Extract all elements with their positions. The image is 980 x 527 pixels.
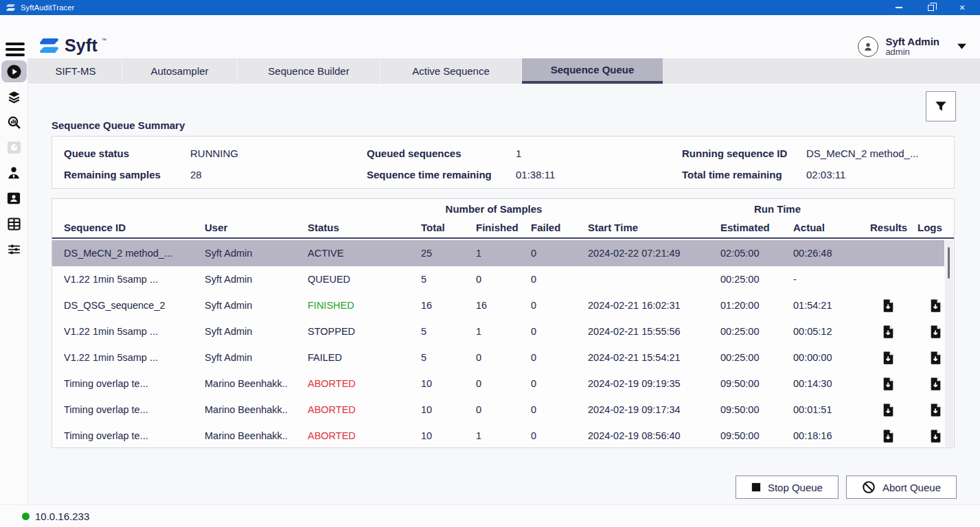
sidebar-item-gauge[interactable] bbox=[1, 137, 27, 159]
stop-queue-button[interactable]: Stop Queue bbox=[736, 476, 839, 499]
cell-estimated: 00:25:00 bbox=[720, 274, 793, 285]
tab-sequence-queue[interactable]: Sequence Queue bbox=[522, 58, 663, 84]
summary-label: Queued sequences bbox=[367, 148, 516, 159]
filter-button[interactable] bbox=[926, 91, 956, 121]
restore-button[interactable] bbox=[924, 1, 937, 14]
results-download-button[interactable] bbox=[880, 375, 896, 393]
table-row[interactable]: V1.22 1min 5samp ...Syft AdminSTOPPED510… bbox=[52, 318, 944, 344]
logs-download-button[interactable] bbox=[927, 427, 944, 445]
play-icon bbox=[6, 64, 22, 80]
queue-actions: Stop Queue Abort Queue bbox=[28, 476, 957, 499]
window-controls: × bbox=[892, 1, 975, 14]
results-download-button[interactable] bbox=[880, 427, 896, 445]
instrument-ip: 10.0.16.233 bbox=[35, 511, 89, 522]
tab-active-sequence[interactable]: Active Sequence bbox=[380, 58, 522, 84]
table-header-row: Sequence IDUserStatusTotalFinishedFailed… bbox=[52, 217, 954, 239]
sidebar-item-play[interactable] bbox=[1, 60, 27, 82]
table-row[interactable]: DS_MeCN_2 method_...Syft AdminACTIVE2510… bbox=[52, 240, 944, 266]
sidebar-item-search-analytics[interactable] bbox=[1, 111, 27, 133]
cell-start-time: 2024-02-19 09:19:35 bbox=[588, 378, 720, 389]
close-button[interactable]: × bbox=[955, 1, 969, 14]
minimize-button[interactable] bbox=[892, 1, 906, 14]
gauge-icon bbox=[6, 140, 22, 155]
summary-value: 01:38:11 bbox=[516, 169, 682, 180]
logs-download-button[interactable] bbox=[927, 296, 944, 314]
cell-failed: 0 bbox=[531, 352, 588, 363]
logo-text: Syft bbox=[65, 37, 98, 54]
titlebar: SyftAuditTracer × bbox=[0, 0, 980, 15]
logs-download-button[interactable] bbox=[927, 349, 944, 366]
download-icon bbox=[930, 429, 942, 443]
results-download-button[interactable] bbox=[880, 401, 896, 419]
table-row[interactable]: DS_QSG_sequence_2Syft AdminFINISHED16160… bbox=[52, 292, 944, 318]
table-row[interactable]: Timing overlap te...Marino Beenhakk..ABO… bbox=[52, 397, 944, 423]
cell-results bbox=[870, 375, 918, 393]
results-download-button[interactable] bbox=[880, 349, 896, 366]
column-header: Start Time bbox=[588, 222, 720, 233]
logs-download-button[interactable] bbox=[927, 375, 944, 393]
grid-icon bbox=[7, 217, 21, 231]
summary-label: Queue status bbox=[64, 148, 190, 159]
cell-estimated: 02:05:00 bbox=[720, 248, 793, 259]
sliders-icon bbox=[7, 242, 21, 257]
status-bar: 10.0.16.233 bbox=[0, 504, 980, 527]
group-header-runtime: Run Time bbox=[754, 203, 801, 215]
abort-icon bbox=[862, 480, 876, 494]
cell-user: Syft Admin bbox=[205, 352, 308, 363]
cell-actual: 00:01:51 bbox=[793, 404, 870, 415]
close-icon: × bbox=[959, 3, 965, 12]
person-icon bbox=[862, 40, 874, 53]
table-scrollbar[interactable] bbox=[945, 240, 953, 447]
column-header: Total bbox=[421, 222, 476, 233]
menu-button[interactable] bbox=[5, 41, 25, 58]
user-role: admin bbox=[885, 47, 939, 58]
sidebar-item-grid[interactable] bbox=[1, 213, 27, 235]
table-row[interactable]: Timing overlap te...Marino Beenhakk..ABO… bbox=[52, 371, 944, 397]
cell-total: 10 bbox=[421, 430, 476, 441]
cell-user: Syft Admin bbox=[205, 274, 308, 285]
column-header: User bbox=[205, 222, 308, 233]
cell-results bbox=[870, 296, 918, 314]
summary-value: RUNNING bbox=[190, 148, 367, 159]
download-icon bbox=[930, 377, 942, 391]
logo-trademark: ™ bbox=[102, 38, 106, 43]
logs-download-button[interactable] bbox=[927, 401, 944, 419]
sidebar-item-user[interactable] bbox=[1, 162, 27, 184]
sidebar-item-contact-card[interactable] bbox=[1, 187, 27, 209]
app-header: Syft ™ Syft Admin admin bbox=[0, 15, 980, 58]
cell-finished: 0 bbox=[476, 378, 531, 389]
cell-sequence-id: V1.22 1min 5samp ... bbox=[64, 326, 205, 337]
cell-estimated: 01:20:00 bbox=[720, 300, 793, 311]
results-download-button[interactable] bbox=[880, 296, 896, 314]
connection-status-icon bbox=[22, 513, 30, 520]
table-row[interactable]: V1.22 1min 5samp ...Syft AdminQUEUED5000… bbox=[52, 266, 944, 292]
download-icon bbox=[882, 298, 894, 313]
cell-failed: 0 bbox=[531, 248, 588, 259]
abort-queue-button[interactable]: Abort Queue bbox=[846, 476, 957, 499]
tab-autosampler[interactable]: Autosampler bbox=[122, 58, 238, 84]
table-row[interactable]: Timing overlap te...Marino Beenhakk..ABO… bbox=[52, 423, 944, 448]
logs-download-button[interactable] bbox=[927, 323, 944, 340]
cell-status: FINISHED bbox=[308, 300, 421, 311]
summary-label: Total time remaining bbox=[682, 169, 806, 180]
table-row[interactable]: V1.22 1min 5samp ...Syft AdminFAILED5002… bbox=[52, 344, 944, 371]
cell-status: ABORTED bbox=[308, 404, 421, 415]
download-icon bbox=[930, 325, 942, 339]
cell-status: QUEUED bbox=[308, 274, 421, 285]
cell-finished: 0 bbox=[476, 404, 531, 415]
scrollbar-thumb[interactable] bbox=[948, 247, 950, 279]
tab-sift-ms[interactable]: SIFT-MS bbox=[30, 58, 122, 84]
column-header: Sequence ID bbox=[64, 222, 205, 233]
cell-status: ABORTED bbox=[308, 430, 421, 441]
filter-icon bbox=[933, 99, 949, 114]
user-menu[interactable]: Syft Admin admin bbox=[858, 36, 968, 58]
column-header: Estimated bbox=[720, 222, 793, 233]
cell-results bbox=[870, 427, 918, 445]
download-icon bbox=[882, 403, 894, 417]
tab-sequence-builder[interactable]: Sequence Builder bbox=[238, 58, 380, 84]
sidebar-item-layers[interactable] bbox=[1, 86, 27, 108]
summary-label: Remaining samples bbox=[64, 169, 190, 180]
cell-user: Syft Admin bbox=[205, 326, 308, 337]
results-download-button[interactable] bbox=[880, 323, 896, 340]
sidebar-item-sliders[interactable] bbox=[1, 238, 27, 260]
